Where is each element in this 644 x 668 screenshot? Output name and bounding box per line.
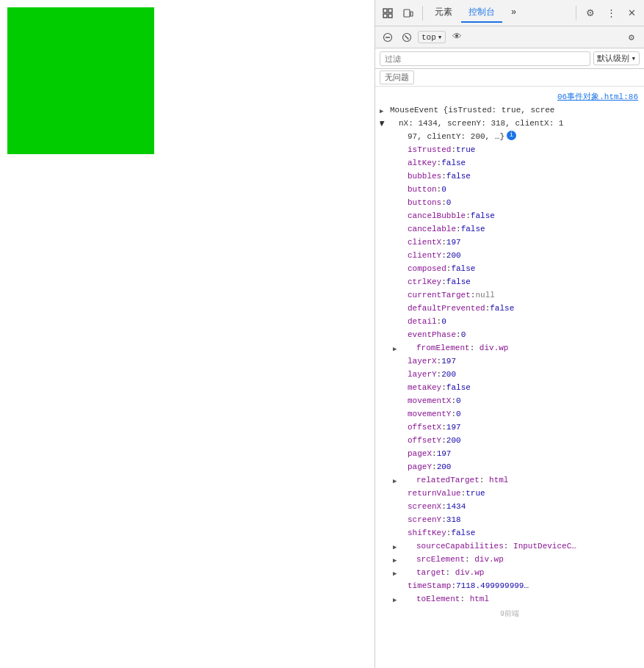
close-devtools-icon[interactable]: ✕ xyxy=(622,4,641,23)
prop-screenX: screenX: 1434 xyxy=(375,500,644,513)
prop-button: button: 0 xyxy=(375,183,644,196)
inspect-element-icon[interactable] xyxy=(378,4,397,23)
more-options-icon[interactable]: ⋮ xyxy=(601,4,621,23)
settings-icon[interactable]: ⚙ xyxy=(581,4,600,23)
filter-row: 默认级别 ▾ xyxy=(375,48,644,69)
top-frame-label: top xyxy=(422,33,436,42)
nx-text: nX: 1434, screenY: 318, clientX: 1 xyxy=(399,117,563,129)
nx-cont-line: 97, clientY: 200, …} i xyxy=(375,130,644,143)
prop-ctrlKey: ctrlKey: false xyxy=(375,275,644,288)
svg-rect-3 xyxy=(388,14,392,18)
info-icon[interactable]: i xyxy=(507,131,516,140)
filter-icon[interactable] xyxy=(399,29,415,46)
prop-cancelBubble: cancelBubble: false xyxy=(375,209,644,222)
prop-composed: composed: false xyxy=(375,262,644,275)
toolbar-sep-2 xyxy=(576,6,576,21)
prop-movementX: movementX: 0 xyxy=(375,394,644,407)
clear-console-icon[interactable] xyxy=(380,29,396,46)
tab-more[interactable]: » xyxy=(504,4,524,22)
toolbar-sep-1 xyxy=(422,6,423,21)
prop-clientY: clientY: 200 xyxy=(375,249,644,262)
tab-elements[interactable]: 元素 xyxy=(427,3,460,23)
log-level-selector[interactable]: 默认级别 ▾ xyxy=(593,51,640,65)
prop-pageX: pageX: 197 xyxy=(375,447,644,460)
svg-rect-0 xyxy=(383,9,387,12)
prop-shiftKey: shiftKey: false xyxy=(375,526,644,540)
source-link[interactable]: 06事件对象.html:86 xyxy=(375,90,644,104)
prop-offsetY: offsetY: 200 xyxy=(375,434,644,447)
green-box xyxy=(7,7,154,154)
prop-timeStamp: timeStamp: 7118.499999999… xyxy=(375,579,644,592)
nx-line[interactable]: ▼ nX: 1434, screenY: 318, clientX: 1 xyxy=(375,117,644,130)
prop-eventPhase: eventPhase: 0 xyxy=(375,328,644,341)
console-second-toolbar: top ▾ 👁 ⚙ xyxy=(375,26,644,48)
prop-clientX: clientX: 197 xyxy=(375,236,644,249)
prop-isTrusted: isTrusted: true xyxy=(375,143,644,156)
svg-rect-4 xyxy=(404,10,410,17)
prop-currentTarget: currentTarget: null xyxy=(375,288,644,302)
top-frame-selector[interactable]: top ▾ xyxy=(418,31,446,43)
tab-console[interactable]: 控制台 xyxy=(461,3,502,23)
console-output[interactable]: 06事件对象.html:86 MouseEvent {isTrusted: tr… xyxy=(375,87,644,668)
nx-cont-text: 97, clientY: 200, …} xyxy=(408,131,504,142)
prop-metaKey: metaKey: false xyxy=(375,381,644,394)
prop-movementY: movementY: 0 xyxy=(375,407,644,421)
prop-srcElement[interactable]: ▶ srcElement: div.wp xyxy=(375,553,644,566)
page-area xyxy=(0,0,375,668)
svg-rect-2 xyxy=(383,14,387,18)
prop-cancelable: cancelable: false xyxy=(375,222,644,236)
devtools-toolbar: 元素 控制台 » ⚙ ⋮ ✕ xyxy=(375,0,644,26)
prop-layerY: layerY: 200 xyxy=(375,368,644,381)
no-issues-bar: 无问题 xyxy=(375,69,644,87)
prop-target[interactable]: ▶ target: div.wp xyxy=(375,566,644,579)
svg-rect-1 xyxy=(388,9,392,12)
prop-altKey: altKey: false xyxy=(375,156,644,170)
prop-buttons: buttons: 0 xyxy=(375,196,644,209)
no-issues-label: 无问题 xyxy=(380,70,414,84)
top-frame-arrow: ▾ xyxy=(438,32,443,42)
log-level-label: 默认级别 xyxy=(597,53,629,64)
svg-rect-5 xyxy=(410,12,413,16)
prop-relatedTarget[interactable]: ▶ relatedTarget: html xyxy=(375,473,644,487)
mouse-event-line[interactable]: MouseEvent {isTrusted: true, scree xyxy=(375,104,644,117)
prop-defaultPrevented: defaultPrevented: false xyxy=(375,302,644,315)
prop-returnValue: returnValue: true xyxy=(375,487,644,500)
prop-fromElement[interactable]: ▶ fromElement: div.wp xyxy=(375,341,644,355)
log-level-arrow: ▾ xyxy=(631,54,636,63)
devtools-panel: 元素 控制台 » ⚙ ⋮ ✕ top ▾ 👁 ⚙ xyxy=(375,0,644,668)
prop-toElement[interactable]: ▶ toElement: html xyxy=(375,592,644,606)
watermark: 9前端 xyxy=(375,606,644,622)
device-toolbar-icon[interactable] xyxy=(399,4,418,23)
prop-bubbles: bubbles: false xyxy=(375,170,644,183)
prop-screenY: screenY: 318 xyxy=(375,513,644,526)
filter-input[interactable] xyxy=(380,51,590,66)
mouse-event-text: MouseEvent {isTrusted: true, scree xyxy=(390,104,554,116)
console-settings-icon[interactable]: ⚙ xyxy=(623,29,640,46)
prop-pageY: pageY: 200 xyxy=(375,460,644,473)
live-expression-icon[interactable]: 👁 xyxy=(449,29,465,46)
prop-detail: detail: 0 xyxy=(375,315,644,328)
prop-sourceCapabilities[interactable]: ▶ sourceCapabilities: InputDeviceC… xyxy=(375,540,644,553)
svg-line-9 xyxy=(405,35,409,39)
prop-layerX: layerX: 197 xyxy=(375,355,644,368)
prop-offsetX: offsetX: 197 xyxy=(375,421,644,434)
expand-arrow: ▼ xyxy=(380,117,385,129)
